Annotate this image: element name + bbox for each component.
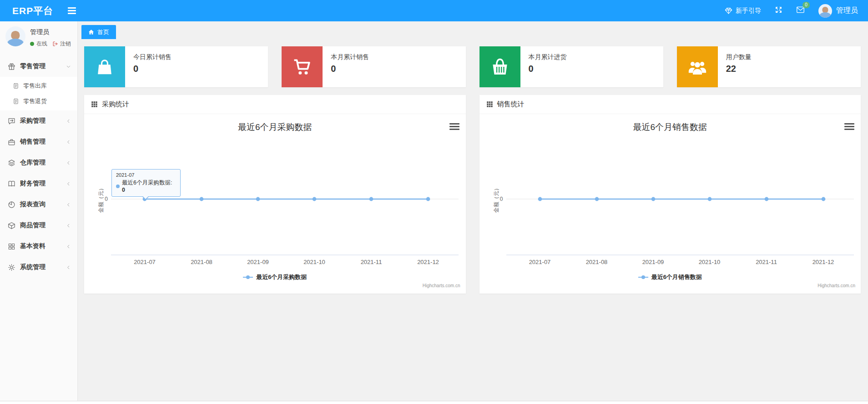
sidebar-menu: 零售管理 零售出库 零售退货 采购管理 销售管理: [0, 56, 77, 278]
purchase-chart: 最近6个月采购数据 金额（元） 0 2021-07 2021-08 2021-0…: [84, 114, 466, 293]
stat-card-label: 本月累计销售: [331, 53, 369, 61]
th-grid-icon: [91, 101, 98, 108]
pie-chart-icon: [8, 201, 15, 209]
fullscreen-icon: [775, 6, 782, 14]
avatar[interactable]: [5, 26, 25, 46]
sales-stats-panel: 销售统计 最近6个月销售数据 金额（元） 0 2021-07 2021-08: [479, 95, 861, 294]
sidebar-user-block: 管理员 在线 注销: [0, 21, 77, 52]
x-axis-label: 2021-08: [586, 259, 608, 265]
stat-card-label: 本月累计进货: [529, 53, 567, 61]
x-axis-label: 2021-11: [756, 259, 777, 265]
sidebar-item-sales[interactable]: 销售管理: [0, 131, 77, 152]
sidebar-item-retail-outbound[interactable]: 零售出库: [0, 78, 77, 94]
x-axis-label: 2021-10: [303, 259, 325, 265]
username-label: 管理员: [836, 6, 858, 15]
sidebar-item-basic-data[interactable]: 基本资料: [0, 236, 77, 257]
sidebar: 管理员 在线 注销 零售管理 零售出库: [0, 21, 78, 404]
brand-logo[interactable]: ERP平台: [12, 5, 53, 17]
users-icon: [677, 46, 718, 87]
chevron-left-icon: [66, 160, 71, 165]
home-icon: [88, 29, 94, 35]
chevron-left-icon: [66, 140, 71, 145]
x-axis-label: 2021-12: [417, 259, 439, 265]
chevron-left-icon: [66, 181, 71, 186]
shopping-cart-icon: [282, 46, 323, 87]
briefcase-icon: [8, 138, 15, 146]
legend-marker-icon: [243, 275, 253, 279]
tooltip-header: 2021-07: [116, 172, 176, 178]
highcharts-credits[interactable]: Highcharts.com.cn: [423, 283, 460, 288]
avatar: [818, 4, 832, 18]
sign-out-icon: [52, 41, 58, 47]
gem-icon: [725, 7, 732, 15]
stat-card-value: 0: [331, 64, 369, 74]
book-icon: [8, 180, 15, 188]
gear-icon: [8, 264, 15, 271]
stat-card-month-sales[interactable]: 本月累计销售 0: [282, 46, 465, 87]
messages-button[interactable]: 0: [796, 6, 805, 15]
gift-icon: [8, 63, 15, 70]
stat-card-label: 用户数量: [726, 53, 752, 61]
x-axis-label: 2021-07: [134, 259, 156, 265]
chevron-left-icon: [66, 119, 71, 124]
stat-card-user-count[interactable]: 用户数量 22: [677, 46, 861, 87]
fullscreen-button[interactable]: [775, 6, 782, 15]
plot-area: [479, 114, 861, 293]
highcharts-credits[interactable]: Highcharts.com.cn: [818, 283, 855, 288]
user-menu[interactable]: 管理员: [818, 4, 858, 18]
stat-card-value: 0: [529, 64, 567, 74]
chart-panels-row: 采购统计 最近6个月采购数据 金额（元） 0 2021-07 2021-08: [84, 95, 861, 294]
x-axis-label: 2021-08: [191, 259, 212, 265]
grid-icon: [8, 243, 15, 250]
x-axis-label: 2021-09: [247, 259, 269, 265]
footer-strip: [0, 401, 868, 404]
sidebar-collapse-icon[interactable]: [68, 7, 76, 14]
retail-submenu: 零售出库 零售退货: [0, 77, 77, 110]
shopping-basket-icon: [479, 46, 520, 87]
sidebar-item-retail[interactable]: 零售管理: [0, 56, 77, 77]
panel-header: 采购统计: [84, 95, 466, 114]
stat-card-value: 0: [133, 64, 172, 74]
chevron-left-icon: [66, 202, 71, 207]
tab-home[interactable]: 首页: [81, 25, 116, 39]
stat-card-today-sales[interactable]: 今日累计销售 0: [84, 46, 268, 87]
x-axis-label: 2021-11: [361, 259, 382, 265]
plot-area: [84, 114, 465, 293]
legend-marker-icon: [638, 275, 648, 279]
guide-button[interactable]: 新手引导: [725, 7, 761, 15]
box-icon: [8, 222, 15, 229]
sidebar-item-finance[interactable]: 财务管理: [0, 173, 77, 194]
online-status-dot: [30, 42, 34, 46]
top-navbar: ERP平台 新手引导 0 管理员: [0, 0, 868, 21]
purchase-stats-panel: 采购统计 最近6个月采购数据 金额（元） 0 2021-07 2021-08: [84, 95, 466, 294]
sidebar-username: 管理员: [30, 28, 71, 36]
x-axis-label: 2021-12: [812, 259, 834, 265]
legend-item[interactable]: 最近6个月销售数据: [479, 273, 861, 281]
file-icon: [13, 98, 19, 105]
chevron-down-icon: [66, 64, 71, 69]
sidebar-item-reports[interactable]: 报表查询: [0, 194, 77, 215]
stat-card-month-purchases[interactable]: 本月累计进货 0: [479, 46, 663, 87]
shopping-bag-icon: [84, 46, 125, 87]
layers-icon: [8, 159, 15, 167]
sidebar-item-purchase[interactable]: 采购管理: [0, 110, 77, 131]
online-status-label: 在线: [36, 40, 47, 48]
message-count-badge: 0: [802, 2, 810, 8]
tab-bar: 首页: [78, 21, 868, 40]
x-axis-label: 2021-09: [642, 259, 664, 265]
chevron-left-icon: [66, 244, 71, 249]
sales-chart: 最近6个月销售数据 金额（元） 0 2021-07 2021-08 2021-0…: [479, 114, 861, 293]
panel-header: 销售统计: [479, 95, 861, 114]
stat-card-value: 22: [726, 64, 752, 74]
sidebar-item-system[interactable]: 系统管理: [0, 257, 77, 278]
logout-button[interactable]: 注销: [52, 40, 71, 48]
sidebar-item-retail-return[interactable]: 零售退货: [0, 94, 77, 109]
x-axis-label: 2021-07: [529, 259, 551, 265]
chat-square-icon: [8, 117, 15, 125]
panel-title: 采购统计: [102, 100, 129, 109]
sidebar-item-warehouse[interactable]: 仓库管理: [0, 152, 77, 173]
legend-item[interactable]: 最近6个月采购数据: [84, 273, 466, 281]
chevron-left-icon: [66, 223, 71, 228]
stat-cards-row: 今日累计销售 0 本月累计销售 0 本月累计进货 0: [84, 46, 861, 87]
sidebar-item-products[interactable]: 商品管理: [0, 215, 77, 236]
